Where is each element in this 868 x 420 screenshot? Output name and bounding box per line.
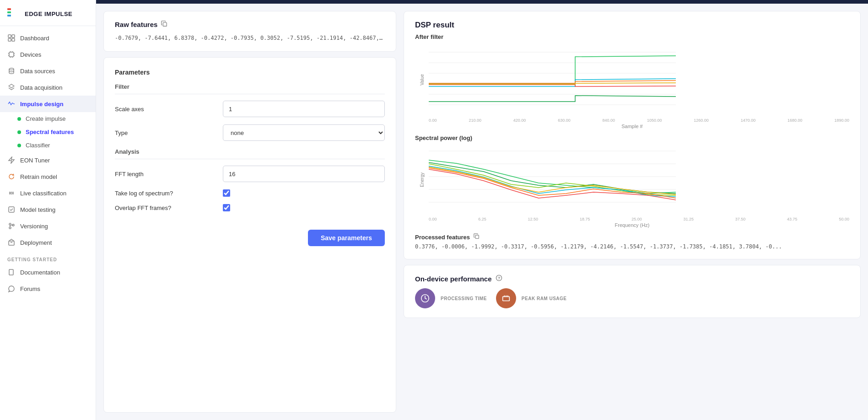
- on-device-metrics: PROCESSING TIME PEAK RAM USAGE: [415, 288, 849, 308]
- retrain-model-label: Retrain model: [20, 173, 57, 180]
- svg-rect-52: [475, 235, 479, 238]
- after-filter-subtitle: After filter: [415, 33, 849, 40]
- raw-features-card: Raw features -0.7679, -7.6441, 6.8378, -…: [103, 11, 396, 52]
- sidebar-item-model-testing[interactable]: Model testing: [0, 201, 96, 218]
- live-classification-label: Live classification: [20, 190, 66, 197]
- after-filter-x-labels: 0.00 210.00 420.00 630.00 840.00 1050.00…: [415, 118, 849, 123]
- peak-ram-item: PEAK RAM USAGE: [496, 288, 567, 308]
- take-log-label: Take log of spectrum?: [115, 190, 216, 197]
- database-icon: [7, 67, 16, 75]
- processed-features-value: 0.3776, -0.0006, -1.9992, -0.3317, -0.59…: [415, 243, 849, 250]
- logo-area: EDGE IMPULSE: [0, 0, 96, 26]
- book-icon: [7, 268, 16, 276]
- overlap-fft-checkbox[interactable]: [223, 204, 230, 211]
- save-parameters-button[interactable]: Save parameters: [308, 230, 385, 246]
- take-log-row: Take log of spectrum?: [115, 189, 385, 197]
- sidebar-item-classifier[interactable]: Classifier: [0, 139, 96, 152]
- sidebar-navigation: Dashboard Devices Data sources Data acqu…: [0, 26, 96, 420]
- fft-length-input[interactable]: [223, 166, 385, 182]
- sidebar-item-versioning[interactable]: Versioning: [0, 218, 96, 234]
- type-row: Type none low high bandpass: [115, 124, 385, 141]
- sidebar-item-eon-tuner[interactable]: EON Tuner: [0, 152, 96, 168]
- git-branch-icon: [7, 222, 16, 230]
- dashboard-label: Dashboard: [20, 35, 49, 42]
- sidebar-item-data-acquisition[interactable]: Data acquisition: [0, 79, 96, 96]
- svg-point-21: [9, 227, 11, 229]
- sidebar-item-forums[interactable]: Forums: [0, 280, 96, 297]
- after-filter-x-title: Sample #: [415, 124, 849, 129]
- spectral-power-subtitle: Spectral power (log): [415, 135, 849, 141]
- sidebar-item-retrain-model[interactable]: Retrain model: [0, 168, 96, 185]
- svg-rect-2: [7, 15, 11, 16]
- impulse-design-label: Impulse design: [20, 101, 64, 108]
- sidebar: EDGE IMPULSE Dashboard Devices Data sour…: [0, 0, 96, 420]
- zap-icon: [7, 156, 16, 164]
- analysis-section-title: Analysis: [115, 148, 385, 159]
- edge-impulse-logo-icon: [7, 7, 20, 20]
- sidebar-item-create-impulse[interactable]: Create impulse: [0, 112, 96, 125]
- sidebar-item-deployment[interactable]: Deployment: [0, 234, 96, 251]
- copy-processed-icon[interactable]: [474, 233, 480, 241]
- classifier-dot: [17, 144, 21, 147]
- raw-features-value: -0.7679, -7.6441, 6.8378, -0.4272, -0.79…: [115, 34, 385, 42]
- main-content: Raw features -0.7679, -7.6441, 6.8378, -…: [96, 0, 868, 420]
- create-impulse-dot: [17, 117, 21, 121]
- processed-features-label: Processed features: [415, 234, 470, 241]
- dsp-result-title: DSP result: [415, 21, 849, 30]
- scale-axes-label: Scale axes: [115, 106, 216, 113]
- after-filter-chart: 30 20 10 0 -10 -20 -30: [429, 43, 676, 116]
- processing-time-icon: [415, 288, 435, 308]
- spectral-power-x-labels: 0.00 6.25 12.50 18.75 25.00 31.25 37.50 …: [415, 217, 849, 221]
- scale-axes-input[interactable]: [223, 101, 385, 117]
- svg-text:?: ?: [497, 276, 500, 280]
- layers-icon: [7, 83, 16, 92]
- overlap-fft-row: Overlap FFT frames?: [115, 204, 385, 211]
- spectral-features-label: Spectral features: [26, 129, 74, 135]
- sidebar-item-live-classification[interactable]: Live classification: [0, 185, 96, 201]
- type-label: Type: [115, 129, 216, 136]
- sidebar-item-dashboard[interactable]: Dashboard: [0, 30, 96, 46]
- svg-rect-5: [8, 38, 11, 41]
- parameters-card: Parameters Filter Scale axes Type none l…: [103, 57, 396, 413]
- data-acquisition-label: Data acquisition: [20, 84, 63, 91]
- peak-ram-label: PEAK RAM USAGE: [522, 296, 567, 301]
- check-square-icon: [7, 205, 16, 214]
- cpu-icon: [7, 50, 16, 59]
- package-icon: [7, 238, 16, 247]
- dsp-result-card: DSP result After filter Value: [404, 11, 861, 259]
- svg-rect-3: [8, 35, 11, 38]
- svg-rect-1: [7, 11, 11, 13]
- svg-point-18: [11, 192, 12, 194]
- svg-rect-4: [12, 35, 15, 38]
- eon-tuner-label: EON Tuner: [20, 157, 50, 164]
- versioning-label: Versioning: [20, 223, 48, 230]
- raw-features-title: Raw features: [115, 21, 385, 28]
- after-filter-y-label: Value: [420, 74, 425, 86]
- sidebar-item-data-sources[interactable]: Data sources: [0, 63, 96, 79]
- help-icon[interactable]: ?: [496, 275, 502, 283]
- peak-ram-info: PEAK RAM USAGE: [522, 296, 567, 301]
- sidebar-item-spectral-features[interactable]: Spectral features: [0, 125, 96, 139]
- spectral-features-dot: [17, 130, 21, 134]
- svg-marker-17: [9, 157, 14, 163]
- processing-time-label: PROCESSING TIME: [441, 296, 487, 301]
- svg-rect-56: [503, 296, 510, 301]
- type-select[interactable]: none low high bandpass: [223, 124, 385, 141]
- svg-point-16: [9, 68, 14, 70]
- on-device-performance-card: On-device performance ? PROCESSING TIME: [404, 265, 861, 318]
- svg-rect-6: [12, 38, 15, 41]
- sidebar-item-devices[interactable]: Devices: [0, 46, 96, 63]
- svg-rect-24: [9, 241, 14, 245]
- processing-time-item: PROCESSING TIME: [415, 288, 487, 308]
- svg-rect-7: [9, 52, 14, 57]
- model-testing-label: Model testing: [20, 206, 55, 213]
- spectral-power-x-title: Frequency (Hz): [415, 222, 849, 228]
- copy-icon[interactable]: [161, 21, 167, 28]
- sidebar-item-documentation[interactable]: Documentation: [0, 264, 96, 280]
- svg-rect-0: [7, 8, 11, 10]
- spectral-power-chart: 4 2 0 -2 -4 -6: [429, 144, 676, 215]
- forums-label: Forums: [20, 285, 40, 292]
- sidebar-item-impulse-design[interactable]: Impulse design: [0, 96, 96, 112]
- documentation-label: Documentation: [20, 269, 60, 276]
- take-log-checkbox[interactable]: [223, 189, 230, 197]
